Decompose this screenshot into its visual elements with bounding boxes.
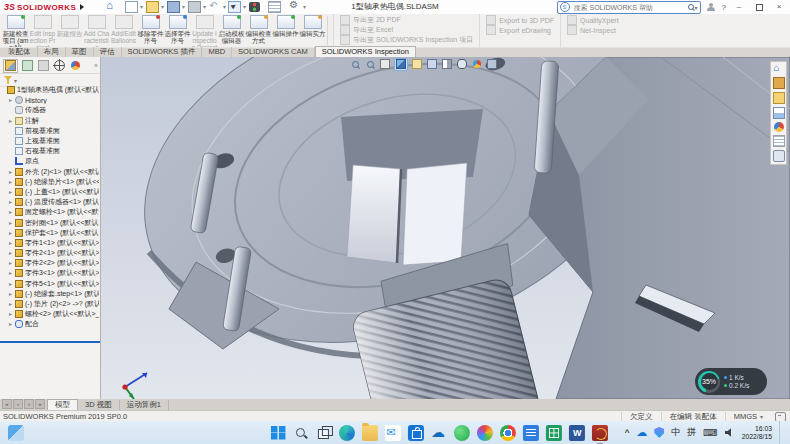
apply-scene-icon[interactable] bbox=[486, 59, 498, 70]
ribbon-tab[interactable]: SOLIDWORKS Inspection bbox=[315, 46, 416, 57]
export-item[interactable]: Export to 3D PDF bbox=[486, 15, 554, 25]
export-item[interactable]: Net-Inspect bbox=[567, 25, 619, 35]
microsoft-store-icon[interactable] bbox=[408, 425, 424, 441]
search-icon[interactable] bbox=[293, 425, 309, 441]
search-magnifier-icon[interactable] bbox=[688, 4, 695, 11]
tab-feature-tree[interactable] bbox=[3, 59, 18, 73]
open-folder-icon[interactable] bbox=[146, 1, 159, 13]
tab-property-manager[interactable] bbox=[21, 60, 34, 72]
tab-dimxpert-manager[interactable] bbox=[53, 60, 66, 72]
export-item[interactable]: 导出至 2D PDF bbox=[340, 15, 473, 25]
section-view-icon[interactable] bbox=[394, 58, 408, 71]
search-input[interactable] bbox=[572, 3, 688, 12]
tree-item[interactable]: 原点 bbox=[0, 156, 99, 166]
help-search-box[interactable]: S ▾ bbox=[557, 1, 701, 14]
export-item[interactable]: 导出至 SOLIDWORKS Inspection 项目 bbox=[340, 35, 473, 45]
tree-item[interactable]: 密封圈<1> (默认<<默认>_显示状 bbox=[0, 217, 99, 227]
doc-tab[interactable]: 运动算例1 bbox=[120, 400, 169, 410]
start-button[interactable] bbox=[270, 425, 286, 441]
doc-tab[interactable]: 3D 视图 bbox=[78, 400, 120, 410]
clock[interactable]: 16:03 2022/8/15 bbox=[742, 425, 772, 441]
tab-scroll-buttons[interactable] bbox=[0, 399, 47, 410]
tree-item[interactable]: 零件1<1> (默认<<默认>_显示状 bbox=[0, 238, 99, 248]
touch-keyboard-icon[interactable] bbox=[703, 427, 717, 438]
tree-item[interactable]: 保护套<1> (默认<<默认>_显示状 bbox=[0, 228, 99, 238]
tree-item[interactable]: (-) 垫片 (2)<2> ->? (默认<<默认> bbox=[0, 299, 99, 309]
show-desktop-button[interactable] bbox=[779, 421, 782, 444]
colorwheel-browser-icon[interactable] bbox=[477, 425, 493, 441]
tree-item[interactable]: 右视基准面 bbox=[0, 146, 99, 156]
tree-item[interactable]: 零件2<2> (默认<<默认>_显示状 bbox=[0, 258, 99, 268]
ribbon-button[interactable]: Update Inspection Project bbox=[191, 14, 218, 47]
appearances-scenes-icon[interactable] bbox=[774, 122, 784, 132]
reader-app-icon[interactable] bbox=[523, 425, 539, 441]
tree-item[interactable]: (-) 上盖<1> (默认<<默认>_显示状 bbox=[0, 187, 99, 197]
ribbon-tab[interactable]: MBD bbox=[202, 47, 232, 57]
chrome-icon[interactable] bbox=[500, 425, 516, 441]
ime-mode-indicator[interactable]: 拼 bbox=[687, 426, 696, 439]
doc-tab[interactable]: 模型 bbox=[47, 399, 78, 410]
ribbon-button[interactable]: 新建报告 bbox=[56, 14, 83, 47]
tree-item[interactable]: 零件2<1> (默认<<默认>_显示状 bbox=[0, 248, 99, 258]
tab-display-manager[interactable] bbox=[69, 60, 82, 72]
scroll-next-icon[interactable] bbox=[24, 399, 34, 409]
view-orientation-icon[interactable] bbox=[426, 59, 438, 70]
undo-icon[interactable] bbox=[209, 2, 220, 12]
ribbon-button[interactable]: 启动模板编辑器 bbox=[218, 14, 245, 47]
ribbon-tab[interactable]: SOLIDWORKS CAM bbox=[232, 47, 315, 57]
tree-item[interactable]: (-) 绝缘套.step<1> (默认<<默认> bbox=[0, 289, 99, 299]
zoom-to-fit-icon[interactable] bbox=[349, 59, 361, 70]
options-gear-icon[interactable] bbox=[289, 2, 300, 12]
onedrive-icon[interactable] bbox=[431, 425, 447, 441]
file-explorer-icon[interactable] bbox=[362, 425, 378, 441]
security-shield-icon[interactable] bbox=[654, 427, 664, 438]
tree-item[interactable]: 固定螺栓<1> (默认<<默认>_显示 bbox=[0, 207, 99, 217]
solidworks-app-icon[interactable] bbox=[592, 425, 608, 441]
solidworks-resources-icon[interactable] bbox=[774, 64, 784, 74]
menu-expand-arrow-icon[interactable] bbox=[80, 4, 84, 10]
ribbon-tab[interactable]: 评估 bbox=[94, 47, 122, 57]
green-app-icon[interactable] bbox=[454, 425, 470, 441]
net-speed-widget[interactable]: 35% 1 K/s 0.2 K/s bbox=[695, 368, 767, 395]
close-button[interactable]: × bbox=[772, 2, 786, 13]
spreadsheet-app-icon[interactable] bbox=[546, 425, 562, 441]
ribbon-button[interactable]: 选择零件序号 bbox=[164, 14, 191, 47]
word-app-icon[interactable] bbox=[569, 425, 585, 441]
tree-item[interactable]: 1型轴承热电偶 (默认<默认_显示状态-1 bbox=[0, 85, 99, 95]
display-style-icon[interactable] bbox=[441, 59, 453, 70]
edge-icon[interactable] bbox=[339, 425, 355, 441]
ribbon-button[interactable]: 编辑操作 bbox=[272, 14, 299, 47]
tree-item[interactable]: History bbox=[0, 95, 99, 105]
tab-configuration-manager[interactable] bbox=[37, 60, 50, 72]
filter-funnel-icon[interactable] bbox=[4, 76, 12, 84]
scroll-first-icon[interactable] bbox=[2, 399, 12, 409]
ribbon-tab[interactable]: 装配体 bbox=[2, 47, 38, 57]
view-palette-icon[interactable] bbox=[773, 107, 785, 119]
solidworks-forum-icon[interactable] bbox=[773, 150, 785, 162]
widgets-icon[interactable] bbox=[8, 425, 24, 441]
dynamic-annotation-views-icon[interactable] bbox=[411, 59, 423, 70]
ribbon-button[interactable]: 移除零件序号 bbox=[137, 14, 164, 47]
ribbon-button[interactable]: 新建检查项目 (amp;N) bbox=[2, 14, 29, 47]
rebuild-traffic-light-icon[interactable] bbox=[249, 2, 260, 12]
file-properties-icon[interactable] bbox=[268, 1, 281, 13]
graphics-viewport[interactable] bbox=[101, 57, 790, 399]
speaker-icon[interactable] bbox=[725, 428, 735, 438]
ribbon-button[interactable]: Add Characteristic bbox=[83, 14, 110, 47]
zoom-to-area-icon[interactable] bbox=[364, 59, 376, 70]
ribbon-tab[interactable]: 布局 bbox=[38, 47, 66, 57]
tree-item[interactable]: (-) 温度传感器<1> (默认<<默认>_ bbox=[0, 197, 99, 207]
panel-splitter[interactable] bbox=[0, 341, 100, 343]
tree-item[interactable]: 零件5<1> (默认<<默认>_显示状 bbox=[0, 279, 99, 289]
save-icon[interactable] bbox=[167, 1, 180, 13]
hide-show-items-icon[interactable] bbox=[456, 59, 468, 70]
solidworks-logo[interactable]: 3S SOLIDWORKS bbox=[0, 0, 88, 14]
tree-item[interactable]: (-) 绝缘垫片<1> (默认<<默认>_显 bbox=[0, 177, 99, 187]
tree-item[interactable]: 配合 bbox=[0, 319, 99, 329]
tags-icon[interactable] bbox=[775, 412, 786, 422]
home-icon[interactable] bbox=[106, 2, 117, 12]
tree-item[interactable]: 上视基准面 bbox=[0, 136, 99, 146]
user-account-icon[interactable] bbox=[707, 3, 716, 12]
tree-item[interactable]: 前视基准面 bbox=[0, 126, 99, 136]
ribbon-button[interactable]: Edit Inspection Project bbox=[29, 14, 56, 47]
